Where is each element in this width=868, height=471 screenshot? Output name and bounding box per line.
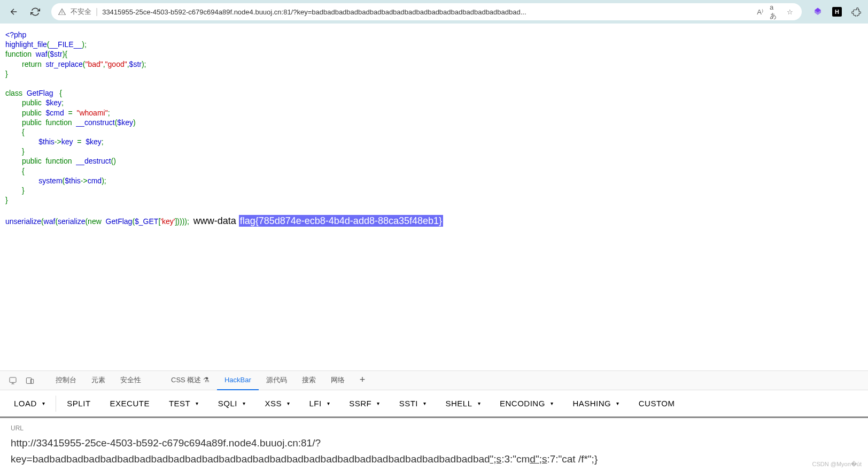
code-text: $str: [129, 60, 142, 68]
code-text: (): [111, 157, 116, 165]
url-text: ";s: [490, 453, 502, 465]
code-text: ;: [108, 109, 110, 117]
page-content: <?php highlight_file(__FILE__); function…: [0, 24, 868, 234]
read-aloud-icon[interactable]: A⁾: [755, 6, 765, 17]
devtools-tab-5[interactable]: 源代码: [259, 371, 294, 390]
code-text: cmd: [88, 176, 102, 185]
devtools-tab-7[interactable]: 网络: [323, 371, 352, 390]
code-text: $_GET: [135, 217, 158, 226]
output-flag: flag{785d874e-ecb8-4b4d-add8-88ca35f48eb…: [239, 215, 443, 227]
devtools-tab-6[interactable]: 搜索: [294, 371, 323, 390]
hackbar-toolbar: LOADSPLITEXECUTETESTSQLIXSSLFISSRFSSTISH…: [0, 390, 868, 418]
device-icon[interactable]: [21, 372, 38, 389]
code-text: $this: [65, 176, 81, 185]
svg-rect-2: [30, 379, 33, 383]
url-value[interactable]: http://33415955-25ce-4503-b592-c679c694a…: [11, 435, 857, 467]
code-text: public: [5, 98, 45, 107]
hackbar-split-button[interactable]: SPLIT: [57, 390, 100, 418]
code-text: 'key': [160, 217, 175, 226]
watermark: CSDN @Myon�út: [812, 461, 862, 468]
devtools-tabs: 控制台元素安全性CSS 概述 ⚗HackBar源代码搜索网络 +: [0, 371, 868, 390]
output-user: www-data: [193, 215, 239, 226]
code-text: GetFlag: [106, 217, 133, 226]
code-text: ): [133, 118, 136, 127]
hackbar-encoding-button[interactable]: ENCODING: [490, 390, 563, 418]
code-text: $key: [117, 118, 133, 127]
separator: |: [96, 7, 98, 17]
hackbar-sqli-button[interactable]: SQLI: [208, 390, 255, 418]
hackbar-hashing-button[interactable]: HASHING: [563, 390, 629, 418]
code-text: {: [5, 128, 25, 136]
code-text: );: [142, 60, 146, 68]
hackbar-ssti-button[interactable]: SSTI: [390, 390, 436, 418]
code-text: }: [5, 186, 25, 195]
code-text: $cmd: [45, 109, 68, 117]
back-button[interactable]: [4, 3, 24, 20]
code-text: system: [38, 176, 62, 185]
code-text: ;: [61, 98, 64, 107]
code-text: {: [5, 167, 25, 175]
inspect-icon[interactable]: [4, 372, 21, 389]
code-text: str_replace: [45, 60, 82, 68]
code-text: (new: [85, 217, 105, 226]
code-text: waf: [36, 50, 48, 58]
code-text: "good": [105, 60, 127, 68]
code-text: return: [5, 60, 45, 68]
code-text: highlight_file: [5, 40, 47, 49]
favorite-icon[interactable]: ☆: [785, 6, 795, 17]
code-text: $key: [45, 98, 61, 107]
insecure-label: 不安全: [71, 7, 91, 17]
code-text: [5, 137, 38, 146]
code-text: key: [61, 137, 78, 146]
code-text: $str: [50, 50, 62, 58]
url-text: key=badbadbadbadbadbadbadbadbadbadbadbad…: [11, 453, 490, 465]
code-text: ->: [55, 137, 61, 146]
hackbar-ssrf-button[interactable]: SSRF: [339, 390, 390, 418]
hackbar-custom-button[interactable]: CUSTOM: [629, 390, 685, 418]
devtools-tab-2[interactable]: 安全性: [113, 371, 149, 390]
code-text: public: [5, 118, 45, 127]
code-text: $this: [38, 137, 55, 146]
url-text: http://33415955-25ce-4503-b592-c679c694a…: [11, 437, 321, 449]
extension-icon-1[interactable]: [810, 4, 825, 19]
code-text: GetFlag: [27, 89, 59, 97]
devtools-tab-4[interactable]: HackBar: [217, 371, 259, 390]
browser-toolbar: 不安全 | 33415955-25ce-4503-b592-c679c694a8…: [0, 0, 868, 24]
url-text: :7:"cat /f*";}: [547, 453, 598, 465]
code-text: ){: [63, 50, 67, 58]
code-text: );: [82, 40, 87, 49]
translate-icon[interactable]: aあ: [770, 6, 780, 17]
code-text: [5, 176, 38, 185]
code-text: waf: [44, 217, 56, 226]
code-text: public: [5, 157, 45, 165]
code-text: }: [5, 70, 8, 78]
code-text: "whoami": [76, 109, 107, 117]
address-bar[interactable]: 不安全 | 33415955-25ce-4503-b592-c679c694a8…: [51, 3, 802, 20]
devtools-panel: 控制台元素安全性CSS 概述 ⚗HackBar源代码搜索网络 + LOADSPL…: [0, 370, 868, 471]
hackbar-xss-button[interactable]: XSS: [255, 390, 299, 418]
url-label: URL: [11, 424, 857, 432]
hackbar-lfi-button[interactable]: LFI: [299, 390, 339, 418]
code-text: <?php: [5, 30, 26, 39]
url-text: :3:"cm: [501, 453, 530, 465]
url-text: 33415955-25ce-4503-b592-c679c694a89f.nod…: [102, 8, 750, 16]
hackbar-execute-button[interactable]: EXECUTE: [100, 390, 159, 418]
code-text: __destruct: [76, 157, 111, 165]
code-text: ;: [102, 137, 104, 146]
code-text: }: [5, 196, 8, 204]
hackbar-load-button[interactable]: LOAD: [4, 390, 55, 418]
refresh-button[interactable]: [26, 3, 45, 20]
devtools-tab-3[interactable]: CSS 概述 ⚗: [164, 371, 217, 390]
hackbar-test-button[interactable]: TEST: [159, 390, 208, 418]
hackbar-panel: LOADSPLITEXECUTETESTSQLIXSSLFISSRFSSTISH…: [0, 390, 868, 471]
code-text: ]))));: [175, 217, 193, 226]
code-text: ->: [81, 176, 88, 185]
hackbar-shell-button[interactable]: SHELL: [436, 390, 491, 418]
extensions-menu-icon[interactable]: [849, 4, 864, 19]
add-tab-button[interactable]: +: [352, 371, 373, 390]
extension-icon-2[interactable]: H: [830, 4, 844, 19]
devtools-tab-0[interactable]: 控制台: [48, 371, 84, 390]
code-text: class: [5, 89, 27, 97]
devtools-tab-1[interactable]: 元素: [84, 371, 113, 390]
code-text: {: [59, 89, 62, 97]
